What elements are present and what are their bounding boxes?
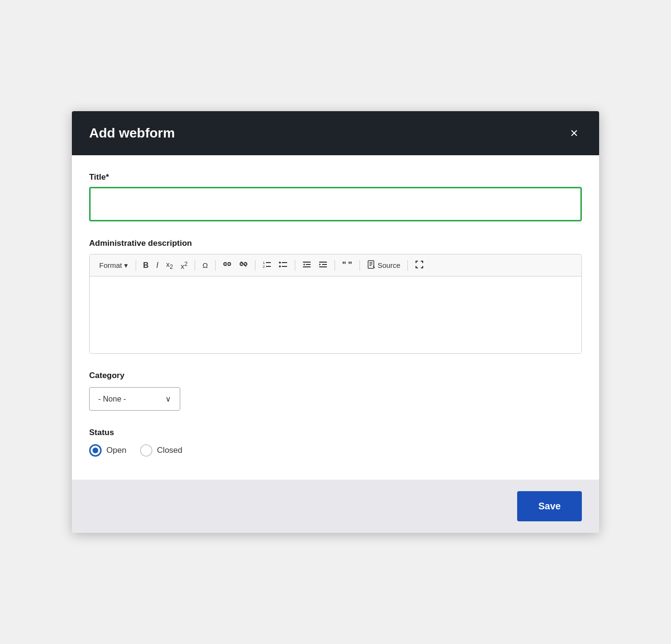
unlink-button[interactable]	[236, 259, 251, 271]
blockquote-icon: "	[342, 260, 347, 270]
modal-header: Add webform ×	[72, 111, 599, 155]
category-selected-value: - None -	[98, 395, 126, 403]
editor-toolbar: Format ▾ B I x2 x2	[90, 254, 581, 276]
admin-description-label: Administrative description	[89, 239, 582, 248]
blockquote-button[interactable]: " "	[339, 258, 356, 272]
special-chars-button[interactable]: Ω	[199, 259, 211, 271]
separator-3	[215, 260, 216, 271]
link-button[interactable]	[220, 259, 235, 271]
blockquote-icon-2: "	[348, 260, 352, 270]
subscript-icon: x2	[166, 260, 173, 270]
separator-5	[295, 260, 295, 271]
status-label: Status	[89, 428, 582, 437]
source-doc-icon	[367, 260, 376, 270]
source-label: Source	[378, 261, 401, 269]
status-radio-group: Open Closed	[89, 444, 582, 457]
editor-content-area[interactable]	[90, 276, 581, 353]
separator-7	[359, 260, 360, 271]
status-closed-option[interactable]: Closed	[140, 444, 183, 457]
rich-text-editor: Format ▾ B I x2 x2	[89, 254, 582, 354]
svg-point-4	[279, 262, 281, 264]
save-button[interactable]: Save	[517, 491, 582, 521]
bold-icon: B	[143, 261, 149, 270]
svg-rect-14	[368, 261, 374, 268]
superscript-icon: x2	[181, 261, 187, 270]
italic-icon: I	[156, 261, 158, 270]
source-button[interactable]: Source	[364, 258, 404, 272]
outdent-button[interactable]	[299, 259, 314, 271]
svg-point-5	[279, 265, 281, 267]
modal-body: Title* Administrative description Format…	[72, 155, 599, 480]
omega-icon: Ω	[202, 261, 208, 269]
category-dropdown[interactable]: - None - ∨	[89, 387, 180, 411]
title-input[interactable]	[89, 187, 582, 221]
status-open-label: Open	[106, 446, 127, 455]
modal-footer: Save	[72, 480, 599, 533]
status-section: Status Open Closed	[89, 428, 582, 480]
format-label: Format	[99, 261, 122, 269]
modal-container: Add webform × Title* Administrative desc…	[72, 111, 599, 533]
admin-description-section: Administrative description Format ▾ B I	[89, 239, 582, 354]
unordered-list-icon	[279, 261, 288, 270]
indent-button[interactable]	[315, 259, 331, 271]
close-button[interactable]: ×	[567, 125, 582, 142]
status-open-radio[interactable]	[89, 444, 102, 457]
bold-button[interactable]: B	[140, 259, 152, 272]
separator-6	[335, 260, 335, 271]
status-open-option[interactable]: Open	[89, 444, 127, 457]
required-marker: *	[106, 172, 109, 182]
superscript-button[interactable]: x2	[177, 259, 191, 272]
fullscreen-button[interactable]	[412, 258, 427, 272]
separator-2	[195, 260, 195, 271]
separator-4	[255, 260, 255, 271]
italic-button[interactable]: I	[153, 259, 162, 272]
category-chevron-icon: ∨	[165, 394, 171, 403]
category-label: Category	[89, 371, 582, 380]
category-section: Category - None - ∨	[89, 371, 582, 411]
format-dropdown-button[interactable]: Format ▾	[95, 259, 132, 272]
unordered-list-button[interactable]	[276, 259, 291, 272]
subscript-button[interactable]: x2	[163, 258, 176, 272]
indent-icon	[319, 261, 327, 269]
modal-title: Add webform	[89, 126, 175, 141]
svg-text:2.: 2.	[263, 264, 266, 268]
format-chevron-icon: ▾	[124, 261, 128, 270]
ordered-list-icon: 1. 2.	[263, 261, 271, 270]
outdent-icon	[302, 261, 311, 269]
status-closed-label: Closed	[157, 446, 183, 455]
link-icon	[223, 261, 231, 269]
title-label: Title*	[89, 172, 582, 182]
ordered-list-button[interactable]: 1. 2.	[259, 259, 275, 272]
separator-8	[407, 260, 408, 271]
fullscreen-icon	[415, 260, 424, 270]
unlink-icon	[239, 261, 248, 269]
separator-1	[136, 260, 136, 271]
title-field-container: Title*	[89, 172, 582, 221]
status-closed-radio[interactable]	[140, 444, 152, 457]
